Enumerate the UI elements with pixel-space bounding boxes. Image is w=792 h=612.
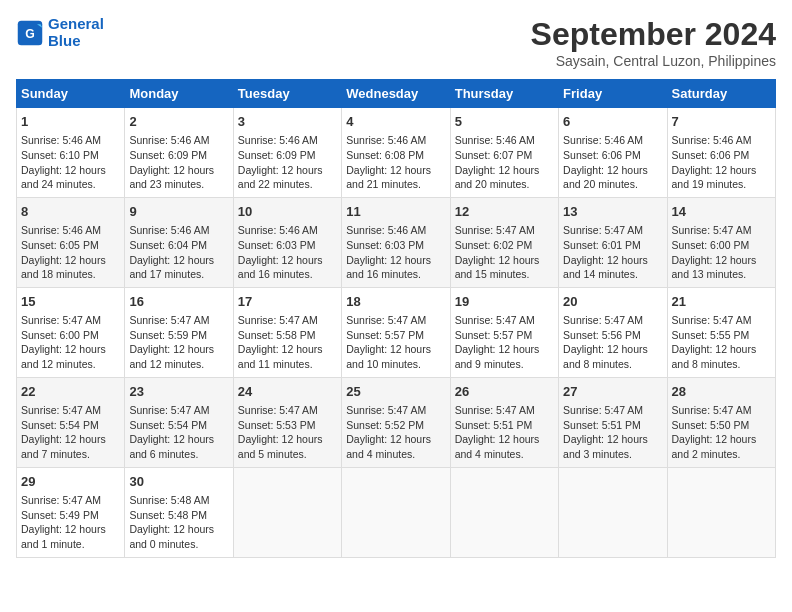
col-tuesday: Tuesday xyxy=(233,80,341,108)
sunset-text: Sunset: 5:53 PM xyxy=(238,418,337,433)
col-thursday: Thursday xyxy=(450,80,558,108)
day-number: 30 xyxy=(129,473,228,491)
day-number: 16 xyxy=(129,293,228,311)
cell-w2d5: 20Sunrise: 5:47 AMSunset: 5:56 PMDayligh… xyxy=(559,287,667,377)
daylight-text: Daylight: 12 hours and 12 minutes. xyxy=(21,342,120,371)
sunrise-text: Sunrise: 5:46 AM xyxy=(346,133,445,148)
day-number: 17 xyxy=(238,293,337,311)
day-number: 29 xyxy=(21,473,120,491)
sunset-text: Sunset: 5:59 PM xyxy=(129,328,228,343)
cell-w4d3 xyxy=(342,467,450,557)
sunset-text: Sunset: 5:52 PM xyxy=(346,418,445,433)
sunrise-text: Sunrise: 5:46 AM xyxy=(672,133,771,148)
col-monday: Monday xyxy=(125,80,233,108)
header-row: Sunday Monday Tuesday Wednesday Thursday… xyxy=(17,80,776,108)
sunrise-text: Sunrise: 5:46 AM xyxy=(563,133,662,148)
sunrise-text: Sunrise: 5:47 AM xyxy=(238,403,337,418)
day-number: 1 xyxy=(21,113,120,131)
daylight-text: Daylight: 12 hours and 22 minutes. xyxy=(238,163,337,192)
day-number: 23 xyxy=(129,383,228,401)
sunset-text: Sunset: 6:06 PM xyxy=(563,148,662,163)
daylight-text: Daylight: 12 hours and 4 minutes. xyxy=(346,432,445,461)
cell-w0d0: 1Sunrise: 5:46 AMSunset: 6:10 PMDaylight… xyxy=(17,108,125,198)
cell-w0d2: 3Sunrise: 5:46 AMSunset: 6:09 PMDaylight… xyxy=(233,108,341,198)
sunrise-text: Sunrise: 5:46 AM xyxy=(238,223,337,238)
sunrise-text: Sunrise: 5:46 AM xyxy=(21,133,120,148)
day-number: 27 xyxy=(563,383,662,401)
sunset-text: Sunset: 5:58 PM xyxy=(238,328,337,343)
day-number: 11 xyxy=(346,203,445,221)
daylight-text: Daylight: 12 hours and 5 minutes. xyxy=(238,432,337,461)
calendar-table: Sunday Monday Tuesday Wednesday Thursday… xyxy=(16,79,776,558)
sunrise-text: Sunrise: 5:46 AM xyxy=(129,223,228,238)
cell-w4d1: 30Sunrise: 5:48 AMSunset: 5:48 PMDayligh… xyxy=(125,467,233,557)
daylight-text: Daylight: 12 hours and 4 minutes. xyxy=(455,432,554,461)
sunset-text: Sunset: 5:54 PM xyxy=(21,418,120,433)
sunrise-text: Sunrise: 5:47 AM xyxy=(672,223,771,238)
day-number: 28 xyxy=(672,383,771,401)
logo: G General Blue xyxy=(16,16,104,49)
day-number: 5 xyxy=(455,113,554,131)
cell-w0d4: 5Sunrise: 5:46 AMSunset: 6:07 PMDaylight… xyxy=(450,108,558,198)
cell-w3d6: 28Sunrise: 5:47 AMSunset: 5:50 PMDayligh… xyxy=(667,377,775,467)
sunset-text: Sunset: 6:02 PM xyxy=(455,238,554,253)
sunset-text: Sunset: 5:55 PM xyxy=(672,328,771,343)
day-number: 14 xyxy=(672,203,771,221)
sunset-text: Sunset: 6:04 PM xyxy=(129,238,228,253)
logo-icon: G xyxy=(16,19,44,47)
cell-w1d6: 14Sunrise: 5:47 AMSunset: 6:00 PMDayligh… xyxy=(667,197,775,287)
sunrise-text: Sunrise: 5:47 AM xyxy=(563,403,662,418)
daylight-text: Daylight: 12 hours and 20 minutes. xyxy=(563,163,662,192)
cell-w1d2: 10Sunrise: 5:46 AMSunset: 6:03 PMDayligh… xyxy=(233,197,341,287)
day-number: 8 xyxy=(21,203,120,221)
page-title: September 2024 xyxy=(531,16,776,53)
col-friday: Friday xyxy=(559,80,667,108)
daylight-text: Daylight: 12 hours and 2 minutes. xyxy=(672,432,771,461)
sunrise-text: Sunrise: 5:47 AM xyxy=(346,313,445,328)
daylight-text: Daylight: 12 hours and 15 minutes. xyxy=(455,253,554,282)
day-number: 18 xyxy=(346,293,445,311)
day-number: 12 xyxy=(455,203,554,221)
sunset-text: Sunset: 6:01 PM xyxy=(563,238,662,253)
sunset-text: Sunset: 5:49 PM xyxy=(21,508,120,523)
sunset-text: Sunset: 6:09 PM xyxy=(129,148,228,163)
sunrise-text: Sunrise: 5:47 AM xyxy=(21,313,120,328)
cell-w0d5: 6Sunrise: 5:46 AMSunset: 6:06 PMDaylight… xyxy=(559,108,667,198)
sunset-text: Sunset: 5:54 PM xyxy=(129,418,228,433)
day-number: 2 xyxy=(129,113,228,131)
cell-w2d4: 19Sunrise: 5:47 AMSunset: 5:57 PMDayligh… xyxy=(450,287,558,377)
cell-w2d2: 17Sunrise: 5:47 AMSunset: 5:58 PMDayligh… xyxy=(233,287,341,377)
day-number: 25 xyxy=(346,383,445,401)
daylight-text: Daylight: 12 hours and 24 minutes. xyxy=(21,163,120,192)
cell-w3d2: 24Sunrise: 5:47 AMSunset: 5:53 PMDayligh… xyxy=(233,377,341,467)
sunset-text: Sunset: 6:03 PM xyxy=(238,238,337,253)
sunset-text: Sunset: 5:57 PM xyxy=(346,328,445,343)
sunrise-text: Sunrise: 5:47 AM xyxy=(672,403,771,418)
daylight-text: Daylight: 12 hours and 8 minutes. xyxy=(563,342,662,371)
cell-w2d1: 16Sunrise: 5:47 AMSunset: 5:59 PMDayligh… xyxy=(125,287,233,377)
header: G General Blue September 2024 Saysain, C… xyxy=(16,16,776,69)
sunset-text: Sunset: 5:51 PM xyxy=(563,418,662,433)
day-number: 3 xyxy=(238,113,337,131)
daylight-text: Daylight: 12 hours and 18 minutes. xyxy=(21,253,120,282)
daylight-text: Daylight: 12 hours and 17 minutes. xyxy=(129,253,228,282)
week-row-0: 1Sunrise: 5:46 AMSunset: 6:10 PMDaylight… xyxy=(17,108,776,198)
sunrise-text: Sunrise: 5:47 AM xyxy=(455,403,554,418)
daylight-text: Daylight: 12 hours and 11 minutes. xyxy=(238,342,337,371)
day-number: 13 xyxy=(563,203,662,221)
daylight-text: Daylight: 12 hours and 3 minutes. xyxy=(563,432,662,461)
day-number: 10 xyxy=(238,203,337,221)
sunrise-text: Sunrise: 5:46 AM xyxy=(238,133,337,148)
sunrise-text: Sunrise: 5:47 AM xyxy=(238,313,337,328)
cell-w1d4: 12Sunrise: 5:47 AMSunset: 6:02 PMDayligh… xyxy=(450,197,558,287)
daylight-text: Daylight: 12 hours and 1 minute. xyxy=(21,522,120,551)
daylight-text: Daylight: 12 hours and 16 minutes. xyxy=(346,253,445,282)
daylight-text: Daylight: 12 hours and 16 minutes. xyxy=(238,253,337,282)
cell-w4d4 xyxy=(450,467,558,557)
sunrise-text: Sunrise: 5:48 AM xyxy=(129,493,228,508)
daylight-text: Daylight: 12 hours and 14 minutes. xyxy=(563,253,662,282)
cell-w4d6 xyxy=(667,467,775,557)
cell-w4d5 xyxy=(559,467,667,557)
sunrise-text: Sunrise: 5:47 AM xyxy=(563,313,662,328)
sunset-text: Sunset: 5:48 PM xyxy=(129,508,228,523)
